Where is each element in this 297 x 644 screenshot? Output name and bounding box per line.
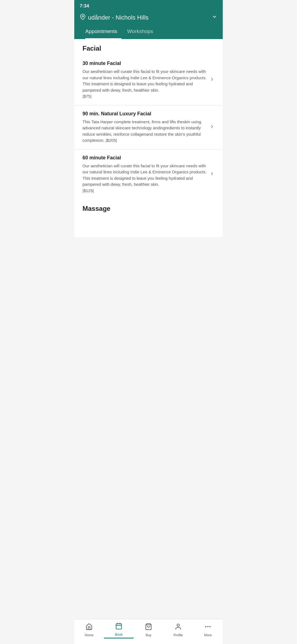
book-icon bbox=[115, 623, 122, 632]
service-title-60min-facial: 60 minute Facial bbox=[82, 155, 207, 161]
service-title-90min-facial: 90 min. Natural Luxury Facial bbox=[82, 111, 207, 117]
location-icon bbox=[80, 14, 86, 21]
svg-rect-1 bbox=[116, 624, 122, 629]
svg-point-9 bbox=[210, 626, 210, 627]
status-bar: 7:34 bbox=[74, 0, 223, 11]
nav-label-profile: Profile bbox=[174, 633, 183, 637]
nav-item-buy[interactable]: Buy bbox=[134, 622, 163, 638]
svg-point-6 bbox=[177, 624, 180, 626]
service-title-30min-facial: 30 minute Facial bbox=[82, 61, 207, 66]
svg-point-0 bbox=[82, 15, 84, 17]
buy-icon bbox=[145, 623, 152, 632]
svg-point-8 bbox=[208, 626, 208, 627]
more-icon bbox=[204, 623, 211, 632]
bottom-nav: Home Book Buy bbox=[74, 619, 223, 644]
profile-icon bbox=[175, 623, 182, 632]
service-description-60min-facial: Our aesthetician will curate this facial… bbox=[82, 163, 207, 194]
service-item-60min-facial[interactable]: 60 minute Facial Our aesthetician will c… bbox=[74, 149, 223, 200]
header: udånder - Nichols Hills Appointments Wor… bbox=[74, 11, 223, 39]
chevron-right-icon-60min bbox=[210, 171, 215, 178]
svg-point-7 bbox=[205, 626, 206, 627]
service-item-90min-facial[interactable]: 90 min. Natural Luxury Facial This Tata … bbox=[74, 105, 223, 149]
nav-item-home[interactable]: Home bbox=[74, 622, 104, 638]
section-heading-massage: Massage bbox=[74, 199, 223, 215]
status-time: 7:34 bbox=[80, 3, 89, 9]
nav-label-more: More bbox=[204, 633, 211, 637]
main-content: Facial 30 minute Facial Our aesthetician… bbox=[74, 39, 223, 237]
nav-label-book: Book bbox=[115, 633, 122, 637]
tab-workshops[interactable]: Workshops bbox=[127, 24, 158, 39]
nav-item-profile[interactable]: Profile bbox=[163, 622, 193, 638]
tab-appointments[interactable]: Appointments bbox=[85, 24, 122, 39]
nav-label-home: Home bbox=[85, 633, 94, 637]
nav-label-buy: Buy bbox=[146, 633, 152, 637]
location-bar[interactable]: udånder - Nichols Hills bbox=[80, 14, 217, 24]
chevron-right-icon-30min bbox=[210, 77, 215, 83]
service-item-30min-facial[interactable]: 30 minute Facial Our aesthetician will c… bbox=[74, 55, 223, 105]
section-heading-facial: Facial bbox=[74, 39, 223, 55]
chevron-down-icon[interactable] bbox=[212, 14, 217, 21]
location-name: udånder - Nichols Hills bbox=[88, 14, 212, 21]
service-description-90min-facial: This Tata Harper complete treatment, fir… bbox=[82, 119, 207, 144]
nav-item-book[interactable]: Book bbox=[104, 621, 134, 638]
home-icon bbox=[86, 623, 93, 632]
service-content-30min-facial: 30 minute Facial Our aesthetician will c… bbox=[82, 61, 207, 100]
chevron-right-icon-90min bbox=[210, 124, 215, 130]
service-description-30min-facial: Our aesthetician will curate this facial… bbox=[82, 69, 207, 100]
service-content-60min-facial: 60 minute Facial Our aesthetician will c… bbox=[82, 155, 207, 194]
nav-item-more[interactable]: More bbox=[193, 622, 223, 638]
tabs-bar: Appointments Workshops bbox=[80, 24, 217, 39]
service-content-90min-facial: 90 min. Natural Luxury Facial This Tata … bbox=[82, 111, 207, 144]
